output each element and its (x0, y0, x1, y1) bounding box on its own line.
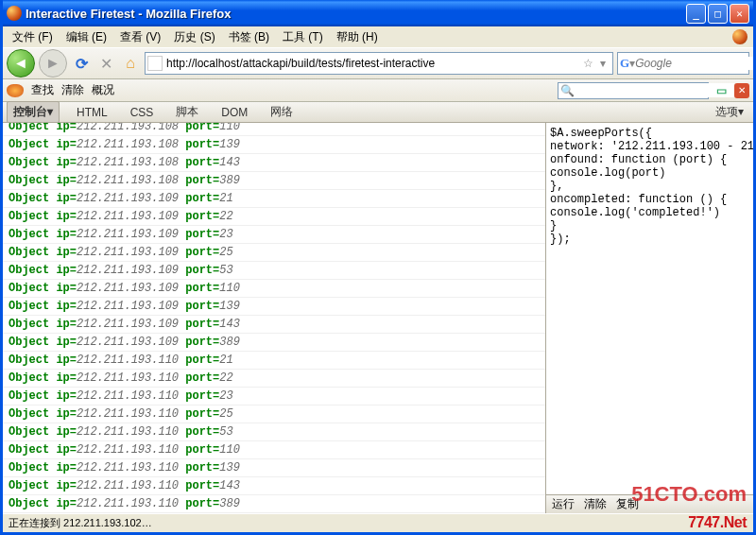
firebug-icon[interactable] (7, 84, 24, 97)
console-line[interactable]: Object ip=212.211.193.110 port=22 (3, 370, 545, 388)
window-titlebar: Interactive Firetest - Mozilla Firefox _… (3, 0, 753, 26)
run-button[interactable]: 运行 (552, 496, 575, 512)
url-bar[interactable]: ☆ ▾ (145, 52, 613, 75)
back-button[interactable]: ◄ (7, 49, 35, 78)
firebug-clear[interactable]: 清除 (61, 82, 84, 98)
console-line[interactable]: Object ip=212.211.193.109 port=53 (3, 262, 545, 280)
firebug-overview[interactable]: 概况 (92, 82, 114, 98)
bookmark-star-icon[interactable]: ☆ (580, 57, 595, 70)
search-input[interactable] (635, 57, 756, 70)
console-line[interactable]: Object ip=212.211.193.109 port=22 (3, 208, 545, 226)
firebug-search[interactable]: 🔍 (558, 82, 709, 99)
maximize-button[interactable]: □ (708, 4, 728, 24)
tab-options[interactable]: 选项▾ (710, 102, 749, 122)
console-output[interactable]: Object ip=212.211.193.108 port=53Object … (3, 123, 545, 513)
close-button[interactable]: ✕ (730, 4, 749, 24)
tab-net[interactable]: 网络 (265, 102, 299, 122)
clear-button[interactable]: 清除 (584, 496, 607, 512)
firebug-find[interactable]: 查找 (31, 82, 54, 98)
menu-help[interactable]: 帮助 (H) (331, 27, 384, 47)
search-box[interactable]: G ▾ 🔍 (617, 52, 749, 75)
menu-history[interactable]: 历史 (S) (168, 27, 220, 47)
watermark-51cto: 51CTO.com (631, 482, 747, 507)
menu-bookmarks[interactable]: 书签 (B) (223, 27, 275, 47)
forward-button[interactable]: ► (39, 49, 67, 78)
console-line[interactable]: Object ip=212.211.193.108 port=139 (3, 136, 545, 154)
status-bar: 正在连接到 212.211.193.102… (3, 513, 753, 531)
reload-button[interactable]: ⟳ (71, 53, 92, 74)
tab-script[interactable]: 脚本 (170, 102, 204, 122)
firefox-icon (7, 6, 22, 21)
console-line[interactable]: Object ip=212.211.193.109 port=21 (3, 190, 545, 208)
console-line[interactable]: Object ip=212.211.193.108 port=110 (3, 123, 545, 136)
console-line[interactable]: Object ip=212.211.193.110 port=143 (3, 477, 545, 495)
search-icon: 🔍 (560, 84, 575, 97)
console-line[interactable]: Object ip=212.211.193.110 port=21 (3, 352, 545, 370)
console-line[interactable]: Object ip=212.211.193.109 port=23 (3, 226, 545, 244)
url-dropdown-icon[interactable]: ▾ (595, 57, 610, 70)
menu-edit[interactable]: 编辑 (E) (60, 27, 112, 47)
tab-console[interactable]: 控制台▾ (7, 101, 60, 123)
watermark-7747: 7747.Net (688, 514, 747, 531)
console-line[interactable]: Object ip=212.211.193.109 port=389 (3, 334, 545, 352)
navigation-toolbar: ◄ ► ⟳ ✕ ⌂ ☆ ▾ G ▾ 🔍 (3, 47, 753, 79)
console-line[interactable]: Object ip=212.211.193.110 port=110 (3, 441, 545, 459)
firebug-tabs: 控制台▾ HTML CSS 脚本 DOM 网络 选项▾ (3, 102, 753, 123)
google-icon[interactable]: G (620, 56, 629, 71)
firebug-toolbar: 查找 清除 概况 🔍 ▭ ✕ (3, 79, 753, 102)
firefox-throbber-icon (732, 29, 747, 44)
console-line[interactable]: Object ip=212.211.193.110 port=25 (3, 406, 545, 423)
console-line[interactable]: Object ip=212.211.193.108 port=389 (3, 172, 545, 190)
console-line[interactable]: Object ip=212.211.193.109 port=139 (3, 298, 545, 316)
window-title: Interactive Firetest - Mozilla Firefox (26, 7, 686, 21)
firebug-close-icon[interactable]: ✕ (734, 83, 749, 98)
status-text: 正在连接到 212.211.193.102… (9, 516, 152, 530)
firebug-search-input[interactable] (575, 83, 734, 97)
tab-css[interactable]: CSS (125, 104, 160, 121)
stop-button[interactable]: ✕ (95, 53, 116, 74)
menu-file[interactable]: 文件 (F) (7, 27, 59, 47)
command-editor[interactable]: $A.sweepPorts({ network: '212.211.193.10… (546, 123, 753, 494)
console-line[interactable]: Object ip=212.211.193.110 port=53 (3, 423, 545, 441)
tab-dom[interactable]: DOM (215, 104, 253, 121)
console-line[interactable]: Object ip=212.211.193.109 port=25 (3, 244, 545, 262)
minimize-button[interactable]: _ (686, 4, 706, 24)
console-line[interactable]: Object ip=212.211.193.110 port=23 (3, 388, 545, 406)
home-button[interactable]: ⌂ (120, 53, 141, 74)
menubar: 文件 (F) 编辑 (E) 查看 (V) 历史 (S) 书签 (B) 工具 (T… (3, 26, 753, 47)
tab-html[interactable]: HTML (71, 104, 113, 121)
console-line[interactable]: Object ip=212.211.193.108 port=143 (3, 154, 545, 172)
console-line[interactable]: Object ip=212.211.193.110 port=139 (3, 459, 545, 477)
menu-view[interactable]: 查看 (V) (114, 27, 166, 47)
console-line[interactable]: Object ip=212.211.193.109 port=143 (3, 316, 545, 334)
console-line[interactable]: Object ip=212.211.193.109 port=110 (3, 280, 545, 298)
menu-tools[interactable]: 工具 (T) (277, 27, 329, 47)
firebug-minimize-icon[interactable]: ▭ (716, 84, 727, 97)
console-line[interactable]: Object ip=212.211.193.110 port=389 (3, 495, 545, 513)
page-icon (147, 56, 163, 71)
url-input[interactable] (166, 57, 580, 70)
command-editor-pane: $A.sweepPorts({ network: '212.211.193.10… (545, 123, 753, 513)
